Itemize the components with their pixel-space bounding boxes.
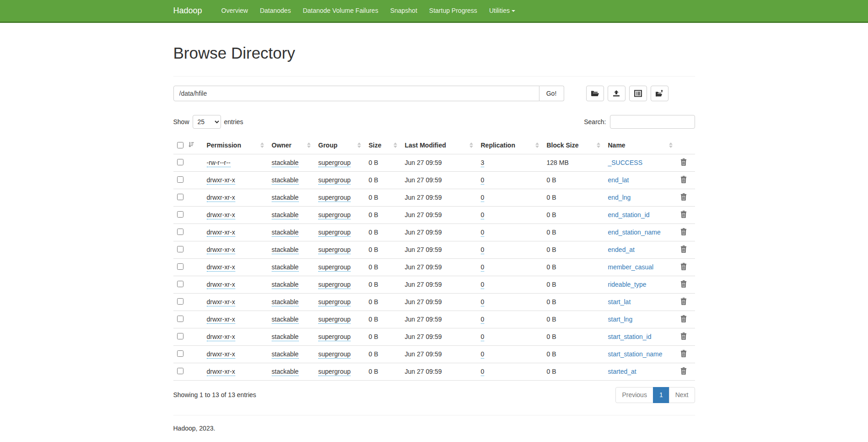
trash-icon[interactable] bbox=[680, 228, 687, 237]
file-name-link[interactable]: start_station_name bbox=[608, 350, 663, 358]
row-checkbox[interactable] bbox=[177, 298, 183, 305]
group-cell[interactable]: supergroup bbox=[318, 350, 351, 359]
permission-cell[interactable]: drwxr-xr-x bbox=[207, 333, 235, 341]
trash-icon[interactable] bbox=[680, 350, 687, 359]
file-list-button[interactable] bbox=[629, 86, 647, 101]
owner-cell[interactable]: stackable bbox=[272, 350, 299, 359]
upload-files-button[interactable] bbox=[608, 86, 625, 101]
replication-cell[interactable]: 3 bbox=[481, 159, 485, 167]
row-checkbox[interactable] bbox=[177, 211, 183, 218]
column-header-size[interactable]: Size bbox=[365, 137, 401, 154]
replication-cell[interactable]: 0 bbox=[481, 211, 485, 219]
column-header-select-all[interactable] bbox=[173, 137, 203, 154]
owner-cell[interactable]: stackable bbox=[272, 333, 299, 341]
owner-cell[interactable]: stackable bbox=[272, 281, 299, 289]
owner-cell[interactable]: stackable bbox=[272, 176, 299, 185]
row-checkbox[interactable] bbox=[177, 263, 183, 270]
trash-icon[interactable] bbox=[680, 211, 687, 219]
file-name-link[interactable]: started_at bbox=[608, 368, 636, 375]
replication-cell[interactable]: 0 bbox=[481, 368, 485, 376]
nav-item-snapshot[interactable]: Snapshot bbox=[384, 0, 423, 22]
replication-cell[interactable]: 0 bbox=[481, 316, 485, 324]
search-input[interactable] bbox=[610, 115, 695, 129]
row-checkbox[interactable] bbox=[177, 350, 183, 357]
navbar-brand[interactable]: Hadoop bbox=[173, 0, 209, 22]
permission-cell[interactable]: drwxr-xr-x bbox=[207, 229, 235, 237]
file-name-link[interactable]: end_lng bbox=[608, 194, 631, 201]
owner-cell[interactable]: stackable bbox=[272, 211, 299, 219]
replication-cell[interactable]: 0 bbox=[481, 176, 485, 185]
group-cell[interactable]: supergroup bbox=[318, 333, 351, 341]
file-name-link[interactable]: end_station_name bbox=[608, 229, 661, 236]
replication-cell[interactable]: 0 bbox=[481, 229, 485, 237]
nav-item-datanode-volume-failures[interactable]: Datanode Volume Failures bbox=[297, 0, 384, 22]
group-cell[interactable]: supergroup bbox=[318, 211, 351, 219]
row-checkbox[interactable] bbox=[177, 159, 183, 165]
group-cell[interactable]: supergroup bbox=[318, 263, 351, 272]
row-checkbox[interactable] bbox=[177, 281, 183, 287]
file-name-link[interactable]: _SUCCESS bbox=[608, 159, 642, 166]
permission-cell[interactable]: drwxr-xr-x bbox=[207, 263, 235, 272]
permission-cell[interactable]: drwxr-xr-x bbox=[207, 350, 235, 359]
group-cell[interactable]: supergroup bbox=[318, 159, 351, 167]
file-name-link[interactable]: rideable_type bbox=[608, 281, 647, 288]
trash-icon[interactable] bbox=[680, 315, 687, 324]
column-header-group[interactable]: Group bbox=[315, 137, 365, 154]
group-cell[interactable]: supergroup bbox=[318, 246, 351, 254]
column-header-owner[interactable]: Owner bbox=[268, 137, 315, 154]
owner-cell[interactable]: stackable bbox=[272, 194, 299, 202]
pagination-previous[interactable]: Previous bbox=[615, 387, 653, 404]
owner-cell[interactable]: stackable bbox=[272, 368, 299, 376]
file-name-link[interactable]: end_lat bbox=[608, 176, 629, 184]
group-cell[interactable]: supergroup bbox=[318, 281, 351, 289]
create-directory-button[interactable] bbox=[586, 86, 604, 101]
permission-cell[interactable]: -rw-r--r-- bbox=[207, 159, 231, 167]
trash-icon[interactable] bbox=[680, 263, 687, 272]
permission-cell[interactable]: drwxr-xr-x bbox=[207, 176, 235, 185]
group-cell[interactable]: supergroup bbox=[318, 229, 351, 237]
group-cell[interactable]: supergroup bbox=[318, 368, 351, 376]
nav-item-overview[interactable]: Overview bbox=[216, 0, 254, 22]
replication-cell[interactable]: 0 bbox=[481, 246, 485, 254]
select-all-checkbox[interactable] bbox=[177, 142, 183, 148]
cut-paste-button[interactable] bbox=[651, 86, 669, 101]
row-checkbox[interactable] bbox=[177, 194, 183, 200]
replication-cell[interactable]: 0 bbox=[481, 281, 485, 289]
owner-cell[interactable]: stackable bbox=[272, 263, 299, 272]
permission-cell[interactable]: drwxr-xr-x bbox=[207, 281, 235, 289]
row-checkbox[interactable] bbox=[177, 333, 183, 339]
trash-icon[interactable] bbox=[680, 367, 687, 376]
page-size-select[interactable]: 25 bbox=[193, 115, 221, 129]
trash-icon[interactable] bbox=[680, 158, 687, 167]
group-cell[interactable]: supergroup bbox=[318, 176, 351, 185]
nav-item-startup-progress[interactable]: Startup Progress bbox=[423, 0, 483, 22]
permission-cell[interactable]: drwxr-xr-x bbox=[207, 316, 235, 324]
row-checkbox[interactable] bbox=[177, 246, 183, 252]
owner-cell[interactable]: stackable bbox=[272, 159, 299, 167]
file-name-link[interactable]: ended_at bbox=[608, 246, 635, 253]
column-header-block-size[interactable]: Block Size bbox=[543, 137, 604, 154]
owner-cell[interactable]: stackable bbox=[272, 298, 299, 306]
file-name-link[interactable]: start_lat bbox=[608, 298, 631, 306]
trash-icon[interactable] bbox=[680, 298, 687, 306]
column-header-last-modified[interactable]: Last Modified bbox=[401, 137, 477, 154]
nav-item-utilities-dropdown[interactable]: Utilities bbox=[483, 0, 521, 22]
file-name-link[interactable]: end_station_id bbox=[608, 211, 650, 218]
file-name-link[interactable]: member_casual bbox=[608, 263, 654, 271]
file-name-link[interactable]: start_station_id bbox=[608, 333, 652, 340]
trash-icon[interactable] bbox=[680, 333, 687, 341]
group-cell[interactable]: supergroup bbox=[318, 194, 351, 202]
permission-cell[interactable]: drwxr-xr-x bbox=[207, 211, 235, 219]
trash-icon[interactable] bbox=[680, 280, 687, 289]
trash-icon[interactable] bbox=[680, 176, 687, 185]
owner-cell[interactable]: stackable bbox=[272, 246, 299, 254]
replication-cell[interactable]: 0 bbox=[481, 298, 485, 306]
group-cell[interactable]: supergroup bbox=[318, 316, 351, 324]
pagination-page-1[interactable]: 1 bbox=[653, 387, 669, 404]
trash-icon[interactable] bbox=[680, 193, 687, 202]
owner-cell[interactable]: stackable bbox=[272, 316, 299, 324]
pagination-next[interactable]: Next bbox=[669, 387, 695, 404]
replication-cell[interactable]: 0 bbox=[481, 333, 485, 341]
replication-cell[interactable]: 0 bbox=[481, 194, 485, 202]
permission-cell[interactable]: drwxr-xr-x bbox=[207, 368, 235, 376]
